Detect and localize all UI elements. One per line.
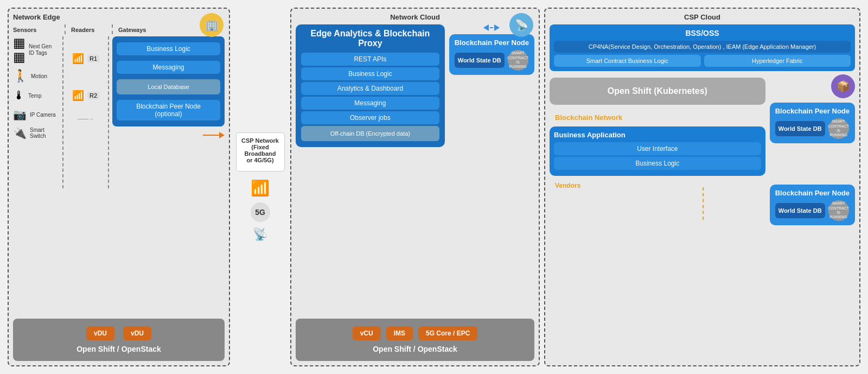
sensor-switch: 🔌 Smart Switch bbox=[13, 126, 59, 140]
wifi-signal-icon: 📶 bbox=[251, 179, 270, 197]
messaging-mid: Messaging bbox=[301, 97, 439, 110]
vendors-label: Vendors bbox=[555, 180, 765, 190]
building-icon: 🏢 bbox=[200, 13, 224, 37]
qr-icon-2: ▦ bbox=[13, 50, 25, 64]
peer-node-title-mid: Blockchain Peer Node bbox=[455, 39, 529, 47]
arrow-line bbox=[203, 135, 219, 136]
sensor-area: ▦ ▦ Next GenID Tags 🚶 Motion 🌡 Temp bbox=[13, 36, 225, 205]
bottom-platform-left: vDU vDU Open Shift / OpenStack bbox=[13, 319, 225, 361]
vert-div2 bbox=[112, 24, 113, 34]
edge-analytics-box: Edge Analytics & Blockchain Proxy REST A… bbox=[296, 24, 445, 147]
sensor-id-tags: ▦ ▦ Next GenID Tags bbox=[13, 36, 59, 64]
vcu-box: vCU bbox=[353, 326, 381, 340]
analytics-dashboard: Analytics & Dashboard bbox=[301, 82, 439, 95]
bss-oss-box: BSS/OSS CP4NA(Service Design, Orchestrat… bbox=[550, 24, 855, 71]
business-logic-row: Business Logic bbox=[554, 157, 761, 170]
world-db-row-mid: World State DB SMARTCONTRACTIS RUNNING bbox=[455, 50, 528, 71]
gateway-arrow bbox=[112, 132, 225, 138]
readers-label: Readers bbox=[71, 24, 106, 34]
cloud-content: Edge Analytics & Blockchain Proxy REST A… bbox=[296, 24, 534, 147]
bss-description: CP4NA(Service Design, Orchestration, Ope… bbox=[554, 41, 851, 53]
sensors-header: Sensors Readers Gateways bbox=[13, 24, 225, 34]
vert-sep1 bbox=[62, 36, 63, 188]
vendor-icon: 📦 bbox=[831, 74, 855, 98]
vendor-circle: 📦 bbox=[831, 74, 855, 98]
qr-icons: ▦ ▦ bbox=[13, 36, 25, 64]
sensor-motion: 🚶 Motion bbox=[13, 69, 59, 83]
panel-left-title: Network Edge bbox=[13, 13, 225, 21]
dashed-arrow-vertical bbox=[703, 187, 704, 220]
edge-analytics-title: Edge Analytics & Blockchain Proxy bbox=[301, 29, 439, 48]
satellite-icon-middle: 📡 bbox=[509, 13, 533, 37]
vert-div1 bbox=[65, 24, 66, 34]
bss-title: BSS/OSS bbox=[554, 29, 851, 37]
smart-contract-bss: Smart Contract Business Logic bbox=[554, 55, 701, 67]
ims-box: IMS bbox=[386, 326, 413, 340]
broadcast-icon: 📡 bbox=[253, 227, 267, 242]
reader-r1: 📶 R1 bbox=[72, 53, 99, 65]
business-app-title: Business Application bbox=[554, 131, 761, 139]
rest-apis: REST APIs bbox=[301, 53, 439, 66]
main-container: Network Edge 🏢 Sensors Readers Gateways bbox=[5, 5, 863, 369]
gateway-box: Business Logic Messaging Local Database … bbox=[112, 36, 225, 126]
sensors-label: Sensors bbox=[13, 24, 59, 34]
off-chain-db: Off-chain DB (Encrypted data) bbox=[301, 126, 439, 141]
vdu-1: vDU bbox=[86, 326, 114, 340]
openshift-label-left: Open Shift / OpenStack bbox=[76, 345, 161, 353]
panel-middle-title: Network Cloud bbox=[296, 13, 534, 21]
sc-circle-mid: SMARTCONTRACTIS RUNNING bbox=[508, 50, 528, 71]
openshift-platform-mid: vCU IMS 5G Core / EPC Open Shift / OpenS… bbox=[296, 319, 534, 361]
world-db-row-top: World State DB SMARTCONTRACTIS RUNNING bbox=[775, 118, 849, 139]
openshift-label-mid: Open Shift / OpenStack bbox=[373, 345, 457, 353]
vert-sep2 bbox=[108, 36, 109, 188]
world-db-row-bottom: World State DB SMARTCONTRACTIS RUNNING bbox=[775, 200, 849, 221]
sensor-camera: 📷 IP Camera bbox=[13, 108, 59, 121]
openshift-k8s: Open Shift (Kubernetes) bbox=[550, 78, 765, 105]
camera-label: IP Camera bbox=[30, 112, 56, 118]
reader-lines: ——→ bbox=[78, 116, 94, 122]
csp-network-column: CSP Network (Fixed Broadband or 4G/5G) 📶… bbox=[234, 8, 286, 366]
arrow-mid-line bbox=[490, 27, 493, 28]
observer-jobs: Observer jobs bbox=[301, 111, 439, 124]
panel-csp-cloud: CSP Cloud BSS/OSS CP4NA(Service Design, … bbox=[544, 8, 860, 366]
motion-label: Motion bbox=[31, 73, 47, 79]
bottom-platform-middle: vCU IMS 5G Core / EPC Open Shift / OpenS… bbox=[296, 319, 534, 361]
arrow-left-icon bbox=[483, 24, 489, 31]
gateways-label: Gateways bbox=[118, 24, 146, 34]
id-tags-label: Next GenID Tags bbox=[29, 43, 52, 56]
5g-label: 5G bbox=[251, 202, 270, 222]
wifi-r1-icon: 📶 bbox=[72, 53, 84, 65]
gateway-local-db: Local Database bbox=[117, 79, 220, 94]
panel-network-edge: Network Edge 🏢 Sensors Readers Gateways bbox=[8, 8, 230, 366]
sensor-temp: 🌡 Temp bbox=[13, 88, 59, 103]
vdu-2: vDU bbox=[123, 326, 151, 340]
right-right-col: 📦 Blockchain Peer Node World State DB SM… bbox=[770, 74, 855, 225]
arrow-right-icon bbox=[494, 24, 500, 31]
sc-circle-top: SMARTCONTRACTIS RUNNING bbox=[828, 118, 849, 139]
gateways-column: Business Logic Messaging Local Database … bbox=[112, 36, 225, 138]
readers-column: 📶 R1 📶 R2 ——→ bbox=[67, 36, 105, 122]
sc-circle-bottom: SMARTCONTRACTIS RUNNING bbox=[828, 200, 849, 221]
peer-node-title-top: Blockchain Peer Node bbox=[775, 107, 850, 115]
peer-node-title-bottom: Blockchain Peer Node bbox=[775, 189, 850, 197]
gateway-messaging: Messaging bbox=[117, 61, 220, 74]
gateway-blockchain-peer: Blockchain Peer Node (optional) bbox=[117, 100, 220, 121]
panel-network-cloud: Network Cloud 📡 Edge Analytics & Blockch… bbox=[290, 8, 540, 366]
wifi-r2-icon: 📶 bbox=[72, 90, 84, 102]
world-state-db-bottom: World State DB bbox=[775, 203, 825, 218]
business-logic-mid: Business Logic bbox=[301, 67, 439, 80]
thermo-icon: 🌡 bbox=[13, 88, 25, 103]
panel-right-title: CSP Cloud bbox=[550, 13, 855, 21]
csp-network-box: CSP Network (Fixed Broadband or 4G/5G) bbox=[236, 132, 285, 172]
reader-r2: 📶 R2 bbox=[72, 90, 99, 102]
world-state-db-top: World State DB bbox=[775, 121, 825, 136]
blockchain-peer-bottom-right: Blockchain Peer Node World State DB SMAR… bbox=[770, 185, 855, 225]
core-box: 5G Core / EPC bbox=[418, 326, 477, 340]
signal-icons: 📶 5G 📡 bbox=[251, 179, 270, 242]
vcu-row: vCU IMS 5G Core / EPC bbox=[301, 326, 529, 340]
arrow-head bbox=[219, 132, 225, 138]
csp-title: CSP Network (Fixed Broadband or 4G/5G) bbox=[241, 137, 280, 163]
building-circle: 🏢 bbox=[200, 13, 224, 37]
blockchain-peer-top-right: Blockchain Peer Node World State DB SMAR… bbox=[770, 103, 855, 143]
motion-icon: 🚶 bbox=[13, 69, 28, 83]
